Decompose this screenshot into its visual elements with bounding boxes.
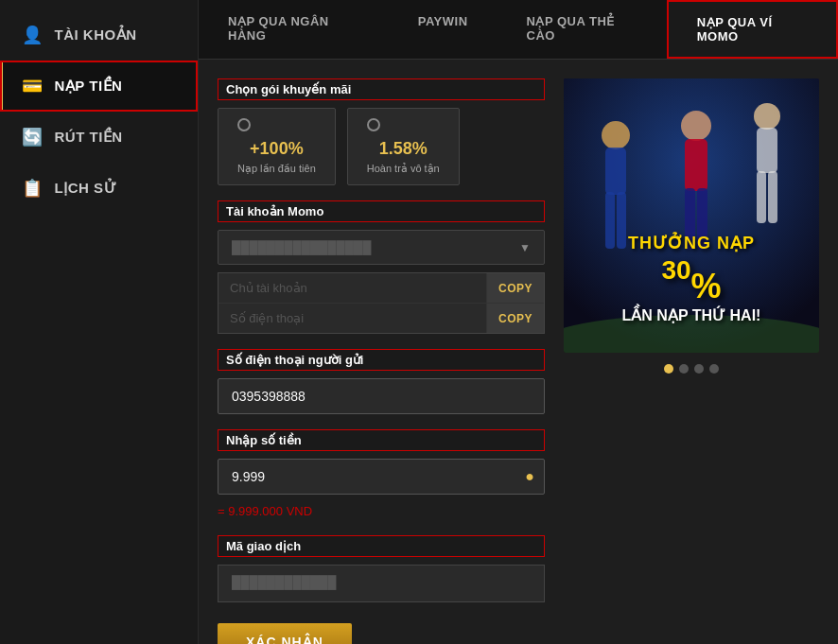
withdraw-icon: 🔄 <box>22 127 44 148</box>
chu-tai-khoan-row: Chủ tài khoản COPY <box>218 273 544 303</box>
promo-value-100: +100% <box>250 139 304 159</box>
sidebar-label-nap-tien: NẠP TIỀN <box>55 78 123 95</box>
sidebar-item-rut-tien[interactable]: 🔄 RÚT TIỀN <box>0 112 198 163</box>
sidebar: 👤 TÀI KHOẢN 💳 NẠP TIỀN 🔄 RÚT TIỀN 📋 LỊCH… <box>0 0 199 644</box>
tab-paywin[interactable]: PAYWIN <box>389 0 498 59</box>
chevron-down-icon: ▼ <box>519 241 531 254</box>
svg-point-2 <box>602 121 630 149</box>
promo-group: Chọn gói khuyến mãi +100% Nạp lần đầu ti… <box>218 78 545 185</box>
promo-desc-100: Nạp lần đầu tiên <box>237 163 316 175</box>
deposit-icon: 💳 <box>22 76 44 96</box>
banner-percent: 30% <box>564 253 819 306</box>
amount-display: = 9.999.000 VND <box>218 502 545 520</box>
sidebar-item-tai-khoan[interactable]: 👤 TÀI KHOẢN <box>0 9 198 61</box>
form-section: Chọn gói khuyến mãi +100% Nạp lần đầu ti… <box>218 78 545 644</box>
tab-vi-momo[interactable]: NẠP QUA VÍ MOMO <box>667 0 838 59</box>
history-icon: 📋 <box>22 178 44 199</box>
momo-dropdown[interactable]: ████████████████ ▼ <box>218 230 545 265</box>
sidebar-label-tai-khoan: TÀI KHOẢN <box>55 26 137 44</box>
promo-card-100[interactable]: +100% Nạp lần đầu tiên <box>218 108 336 185</box>
so-dien-thoai-row: Số điện thoại COPY <box>218 303 544 333</box>
amount-input-row: ● <box>218 459 545 495</box>
promo-options: +100% Nạp lần đầu tiên 1.58% Hoàn trả vô… <box>218 108 545 185</box>
promo-value-158: 1.58% <box>379 139 428 159</box>
so-dien-thoai-field: Số điện thoại <box>218 304 486 333</box>
svg-rect-7 <box>757 128 777 173</box>
dot-1[interactable] <box>664 364 673 374</box>
transaction-group: Mã giao dịch ████████████ <box>218 535 545 602</box>
phone-group: Số điện thoại người gửi <box>218 349 545 414</box>
promo-label: Chọn gói khuyến mãi <box>218 78 545 100</box>
svg-rect-3 <box>605 148 626 195</box>
chu-tai-khoan-field: Chủ tài khoản <box>218 273 486 303</box>
svg-rect-11 <box>685 139 707 191</box>
transaction-label: Mã giao dịch <box>218 535 545 557</box>
coin-icon: ● <box>515 468 544 485</box>
promo-desc-158: Hoàn trả vô tận <box>367 163 440 175</box>
copy-fields-container: Chủ tài khoản COPY Số điện thoại COPY <box>218 272 545 334</box>
banner-image: THƯỞNG NẠP 30% LẦN NẠP THỨ HAI! <box>564 78 819 353</box>
content-area: Chọn gói khuyến mãi +100% Nạp lần đầu ti… <box>199 60 838 644</box>
momo-dropdown-value: ████████████████ <box>232 240 371 254</box>
amount-input[interactable] <box>218 460 515 494</box>
momo-account-group: Tài khoản Momo ████████████████ ▼ Chủ tà… <box>218 200 545 334</box>
promo-card-158[interactable]: 1.58% Hoàn trả vô tận <box>347 108 460 185</box>
svg-point-6 <box>754 103 780 130</box>
app-container: 👤 TÀI KHOẢN 💳 NẠP TIỀN 🔄 RÚT TIỀN 📋 LỊCH… <box>0 0 838 644</box>
copy-so-dien-thoai-button[interactable]: COPY <box>486 304 544 333</box>
banner-title: THƯỞNG NẠP <box>564 233 819 253</box>
svg-rect-9 <box>768 171 777 223</box>
so-dien-thoai-placeholder: Số điện thoại <box>230 311 304 325</box>
banner-suffix: % <box>691 267 722 305</box>
banner-overlay: THƯỞNG NẠP 30% LẦN NẠP THỨ HAI! <box>564 233 819 324</box>
amount-group: Nhập số tiền ● = 9.999.000 VND <box>218 429 545 520</box>
banner-subtitle: LẦN NẠP THỨ HAI! <box>564 306 819 324</box>
sidebar-label-rut-tien: RÚT TIỀN <box>55 129 123 146</box>
transaction-value: ████████████ <box>232 575 531 589</box>
dots-indicator <box>664 364 719 374</box>
sidebar-label-lich-su: LỊCH SỬ <box>55 180 117 197</box>
sidebar-item-lich-su[interactable]: 📋 LỊCH SỬ <box>0 163 198 214</box>
tab-ngan-hang[interactable]: NẠP QUA NGÂN HÀNG <box>199 0 389 59</box>
dot-2[interactable] <box>679 364 689 374</box>
phone-input[interactable] <box>218 378 545 414</box>
svg-rect-8 <box>757 171 766 223</box>
main-content: NẠP QUA NGÂN HÀNG PAYWIN NẠP QUA THẺ CÀO… <box>199 0 838 644</box>
banner-section: THƯỞNG NẠP 30% LẦN NẠP THỨ HAI! <box>564 78 819 644</box>
tab-the-cao[interactable]: NẠP QUA THẺ CÀO <box>498 0 667 59</box>
dot-4[interactable] <box>709 364 719 374</box>
promo-radio-158[interactable] <box>367 118 380 131</box>
amount-label: Nhập số tiền <box>218 429 545 451</box>
confirm-button[interactable]: XÁC NHẬN <box>218 623 352 644</box>
top-tabs: NẠP QUA NGÂN HÀNG PAYWIN NẠP QUA THẺ CÀO… <box>199 0 838 60</box>
dot-3[interactable] <box>694 364 704 374</box>
user-icon: 👤 <box>22 25 44 45</box>
sidebar-item-nap-tien[interactable]: 💳 NẠP TIỀN <box>0 61 198 112</box>
svg-point-10 <box>681 111 711 141</box>
banner-number: 30 <box>661 255 690 285</box>
phone-label: Số điện thoại người gửi <box>218 349 545 371</box>
momo-account-label: Tài khoản Momo <box>218 200 545 222</box>
copy-chu-tai-khoan-button[interactable]: COPY <box>486 273 544 303</box>
promo-radio-100[interactable] <box>237 118 251 131</box>
chu-tai-khoan-placeholder: Chủ tài khoản <box>230 281 307 295</box>
